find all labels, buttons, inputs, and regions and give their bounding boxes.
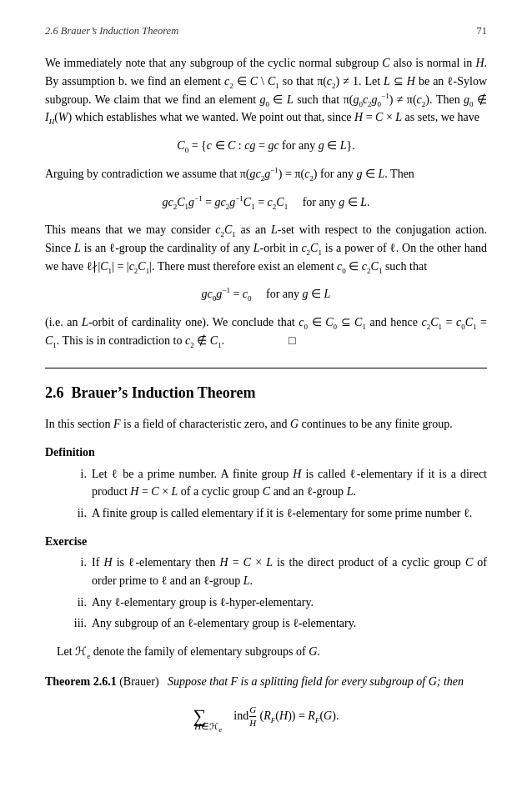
chapter-header: 2.6 Brauer’s Induction Theorem [45, 23, 178, 39]
section-rule [45, 368, 487, 368]
page-number: 71 [477, 23, 488, 39]
def-item-i: i. Let ℓ be a prime number. A finite gro… [68, 465, 487, 501]
ex-item-i: i. If H is ℓ-elementary then H = C × L i… [68, 554, 487, 589]
theorem-attr: (Brauer) [119, 675, 164, 688]
theorem-label: Theorem 2.6.1 [45, 675, 117, 688]
theorem-math: ∑ H∈ℋe ind G H (RF(H)) = RF(G). [45, 702, 487, 730]
ex-content-iii: Any subgroup of an ℓ-elementary group is… [92, 614, 487, 633]
paragraph-4: (i.e. an L-orbit of cardinality one). We… [45, 313, 487, 349]
def-marker-ii: ii. [68, 504, 92, 523]
math-c0-def: C0 = {c ∈ C : cg = gc for any g ∈ L}. [45, 137, 487, 155]
def-content-i: Let ℓ be a prime number. A finite group … [92, 465, 487, 501]
def-item-ii: ii. A finite group is called elementary … [68, 504, 487, 523]
exercise-label: Exercise [45, 533, 487, 551]
sum-body: ind G H (RF(H)) = RF(G). [233, 704, 339, 729]
paragraph-2: Arguing by contradiction we assume that … [45, 165, 487, 183]
paragraph-3: This means that we may consider c2C1 as … [45, 221, 487, 275]
definition-list: i. Let ℓ be a prime number. A finite gro… [68, 465, 487, 523]
ex-item-iii: iii. Any subgroup of an ℓ-elementary gro… [68, 614, 487, 633]
ex-content-ii: Any ℓ-elementary group is ℓ-hyper-elemen… [92, 594, 487, 612]
sum-subscript: H∈ℋe [194, 719, 222, 734]
theorem-statement: Theorem 2.6.1 (Brauer) Suppose that F is… [45, 673, 487, 691]
section-intro: In this section F is a field of characte… [45, 415, 487, 434]
math-fixed-point: gc0g−1 = c0 for any g ∈ L [45, 285, 487, 303]
theorem-text: Suppose that F is a splitting field for … [168, 675, 464, 688]
ex-marker-ii: ii. [68, 594, 92, 612]
definition-label: Definition [45, 444, 487, 462]
ex-item-ii: ii. Any ℓ-elementary group is ℓ-hyper-el… [68, 594, 487, 612]
page-header: 2.6 Brauer’s Induction Theorem 71 [45, 23, 487, 39]
math-conjugation: gc2C1g−1 = gc2g−1C1 = c2C1 for any g ∈ L… [45, 193, 487, 212]
def-content-ii: A finite group is called elementary if i… [92, 504, 487, 523]
def-marker-i: i. [68, 465, 92, 484]
family-line: Let ℋe denote the family of elementary s… [45, 643, 487, 661]
ex-marker-iii: iii. [68, 614, 92, 633]
section-title: 2.6 Brauer’s Induction Theorem [45, 382, 487, 405]
ex-content-i: If H is ℓ-elementary then H = C × L is t… [92, 554, 487, 589]
ex-marker-i: i. [68, 554, 92, 572]
paragraph-1: We immediately note that any subgroup of… [45, 54, 487, 127]
exercise-list: i. If H is ℓ-elementary then H = C × L i… [68, 554, 487, 633]
